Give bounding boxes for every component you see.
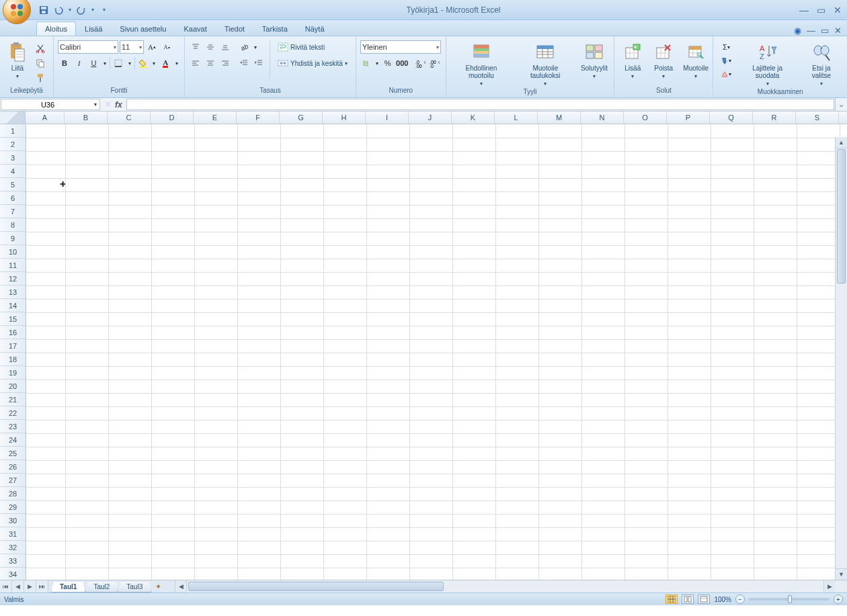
vertical-scrollbar[interactable]: ▲ ▼	[835, 137, 847, 580]
orientation-menu[interactable]: ▾	[252, 40, 259, 54]
decrease-decimal-button[interactable]: ,00,0	[428, 56, 441, 70]
scroll-up-button[interactable]: ▲	[836, 137, 847, 148]
row-header[interactable]: 30	[0, 514, 26, 527]
undo-menu[interactable]: ▾	[67, 4, 73, 16]
zoom-thumb[interactable]	[788, 595, 792, 603]
doc-minimize-button[interactable]: —	[807, 26, 815, 36]
name-box[interactable]: ▾	[1, 99, 100, 110]
zoom-slider[interactable]	[749, 598, 830, 601]
row-header[interactable]: 32	[0, 541, 26, 554]
column-header[interactable]: N	[581, 112, 624, 124]
zoom-level[interactable]: 100%	[714, 596, 731, 603]
column-header[interactable]: Q	[710, 112, 753, 124]
shrink-font-button[interactable]: A▾	[160, 40, 173, 54]
column-header[interactable]: A	[26, 112, 65, 124]
underline-menu[interactable]: ▾	[102, 56, 108, 70]
row-header[interactable]: 1	[0, 124, 26, 138]
row-header[interactable]: 28	[0, 487, 26, 500]
row-header[interactable]: 20	[0, 380, 26, 393]
row-header[interactable]: 17	[0, 339, 26, 353]
row-header[interactable]: 10	[0, 245, 26, 259]
number-format-combo[interactable]: Yleinen▾	[360, 40, 441, 54]
sheet-tab[interactable]: Taul2	[85, 582, 118, 592]
hscroll-thumb[interactable]	[188, 582, 444, 591]
cell-styles-button[interactable]: Solutyylit▾	[579, 40, 610, 81]
new-sheet-button[interactable]: ✦	[151, 580, 165, 592]
row-header[interactable]: 31	[0, 527, 26, 541]
zoom-in-button[interactable]: +	[834, 595, 843, 604]
row-header[interactable]: 13	[0, 285, 26, 299]
font-size-combo[interactable]: 11▾	[120, 40, 144, 54]
font-name-combo[interactable]: Calibri▾	[58, 40, 118, 54]
row-header[interactable]: 25	[0, 447, 26, 460]
align-middle-button[interactable]	[204, 40, 217, 54]
column-header[interactable]: K	[452, 112, 495, 124]
expand-formula-bar-button[interactable]: ⌄	[835, 98, 847, 111]
orientation-button[interactable]: ab	[237, 40, 251, 54]
column-header[interactable]: R	[753, 112, 796, 124]
tab-review[interactable]: Tarkista	[253, 21, 296, 36]
cancel-formula-button[interactable]: ✕	[105, 100, 111, 109]
formula-input[interactable]	[126, 99, 834, 110]
row-header[interactable]: 3	[0, 151, 26, 165]
normal-view-button[interactable]	[666, 595, 678, 604]
increase-decimal-button[interactable]: ,0,00	[414, 56, 427, 70]
row-header[interactable]: 16	[0, 326, 26, 339]
row-header[interactable]: 33	[0, 554, 26, 568]
row-header[interactable]: 6	[0, 191, 26, 205]
bold-button[interactable]: B	[58, 56, 71, 70]
maximize-button[interactable]: ▭	[817, 5, 825, 15]
align-center-button[interactable]	[204, 56, 217, 70]
page-layout-view-button[interactable]	[682, 595, 694, 604]
format-as-table-button[interactable]: Muotoile taulukoksi▾	[515, 40, 575, 88]
conditional-format-button[interactable]: Ehdollinen muotoilu▾	[450, 40, 513, 88]
format-cells-button[interactable]: Muotoile▾	[680, 40, 711, 81]
comma-button[interactable]: 000	[395, 56, 409, 70]
redo-menu[interactable]: ▾	[90, 4, 95, 16]
tab-insert[interactable]: Lisää	[76, 21, 111, 36]
accounting-format-button[interactable]: ₪	[360, 56, 373, 70]
format-painter-button[interactable]	[34, 71, 47, 85]
font-color-menu[interactable]: ▾	[173, 56, 180, 70]
row-header[interactable]: 34	[0, 568, 26, 580]
column-header[interactable]: D	[151, 112, 194, 124]
save-button[interactable]	[38, 4, 50, 16]
name-box-input[interactable]	[4, 101, 91, 109]
align-bottom-button[interactable]	[218, 40, 232, 54]
percent-button[interactable]: %	[381, 56, 394, 70]
align-left-button[interactable]	[189, 56, 202, 70]
tab-formulas[interactable]: Kaavat	[175, 21, 215, 36]
insert-cells-button[interactable]: Lisää▾	[618, 40, 647, 81]
vscroll-thumb[interactable]	[837, 149, 846, 283]
row-header[interactable]: 9	[0, 232, 26, 245]
underline-button[interactable]: U	[87, 56, 101, 70]
minimize-button[interactable]: —	[799, 5, 809, 15]
fill-color-menu[interactable]: ▾	[151, 56, 158, 70]
italic-button[interactable]: I	[73, 56, 86, 70]
scroll-right-button[interactable]: ▶	[823, 580, 835, 592]
row-header[interactable]: 5	[0, 178, 26, 191]
horizontal-scrollbar[interactable]: ◀ ▶	[175, 580, 847, 592]
merge-center-button[interactable]: Yhdistä ja keskitä ▾	[274, 56, 351, 70]
sheet-tab[interactable]: Taul3	[118, 582, 151, 592]
sheet-nav-prev[interactable]: ◀	[12, 580, 24, 592]
cut-button[interactable]	[34, 42, 47, 55]
row-header[interactable]: 14	[0, 299, 26, 312]
column-header[interactable]: I	[366, 112, 409, 124]
row-header[interactable]: 19	[0, 366, 26, 380]
undo-button[interactable]	[52, 4, 65, 16]
tab-view[interactable]: Näytä	[296, 21, 333, 36]
tab-page-layout[interactable]: Sivun asettelu	[111, 21, 175, 36]
row-header[interactable]: 27	[0, 474, 26, 487]
page-break-view-button[interactable]	[698, 595, 710, 604]
accounting-menu[interactable]: ▾	[374, 56, 380, 70]
row-header[interactable]: 26	[0, 460, 26, 474]
row-header[interactable]: 24	[0, 433, 26, 447]
copy-button[interactable]	[34, 56, 47, 70]
sheet-nav-next[interactable]: ▶	[24, 580, 36, 592]
column-header[interactable]: P	[667, 112, 710, 124]
autosum-button[interactable]: Σ ▾	[717, 40, 735, 54]
row-header[interactable]: 23	[0, 420, 26, 433]
row-header[interactable]: 29	[0, 500, 26, 514]
find-select-button[interactable]: Etsi ja valitse▾	[800, 40, 843, 88]
